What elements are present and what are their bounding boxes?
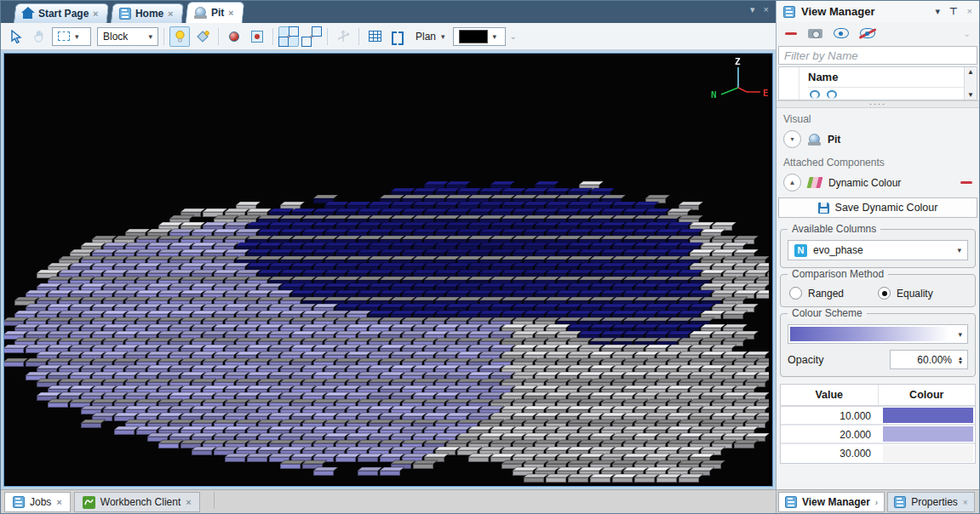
panel-header: View Manager ▾ ⊤ × bbox=[777, 1, 979, 22]
dropdown-caret-icon: ▾ bbox=[958, 330, 962, 339]
tab-label: Pit bbox=[211, 7, 224, 19]
close-icon[interactable]: × bbox=[186, 497, 191, 507]
panel-menu-icon[interactable]: ▾ bbox=[935, 6, 940, 17]
filter-input[interactable] bbox=[778, 46, 977, 65]
pan-tool-button[interactable] bbox=[29, 26, 49, 47]
spin-down-icon[interactable]: ▼ bbox=[958, 360, 963, 364]
pit-sphere-icon bbox=[194, 7, 207, 19]
view-list[interactable]: Name ▲ ▼ bbox=[778, 66, 977, 100]
view-list-partial-row bbox=[808, 88, 964, 99]
expand-icon[interactable]: ▲ bbox=[783, 174, 801, 191]
visual-section-label: Visual bbox=[777, 108, 979, 127]
collapse-icon[interactable]: ▾ bbox=[783, 130, 801, 148]
visual-pit-row[interactable]: ▾ Pit bbox=[777, 127, 979, 151]
document-area: Start Page × Home × Pit × ▾ × bbox=[1, 1, 776, 513]
chevron-right-icon[interactable]: › bbox=[875, 498, 878, 507]
column-dropdown[interactable]: N evo_phase ▾ bbox=[788, 240, 968, 260]
view-orientation-dropdown[interactable]: Plan ▾ bbox=[410, 27, 450, 46]
tab-properties[interactable]: Properties × bbox=[887, 492, 975, 512]
hand-icon bbox=[33, 30, 46, 43]
panel-tabbar: View Manager › Properties × bbox=[777, 489, 979, 513]
value-column-header[interactable]: Value bbox=[781, 385, 879, 405]
radio-ranged[interactable]: Ranged bbox=[789, 287, 878, 300]
point-display-button[interactable] bbox=[224, 26, 244, 47]
column-dropdown-value: evo_phase bbox=[813, 244, 863, 256]
block-wireframe-button[interactable] bbox=[278, 26, 299, 47]
value-cell[interactable]: 20.000 bbox=[781, 425, 881, 443]
tab-view-manager[interactable]: View Manager › bbox=[778, 492, 885, 512]
colour-scheme-dropdown[interactable]: ▾ bbox=[788, 324, 968, 344]
pit-sphere-icon bbox=[808, 134, 821, 146]
tab-pit[interactable]: Pit × bbox=[185, 2, 244, 23]
point-in-block-button[interactable] bbox=[247, 26, 267, 47]
tab-start-page[interactable]: Start Page × bbox=[14, 3, 109, 23]
colour-column-header[interactable]: Colour bbox=[879, 385, 976, 405]
colour-swatch[interactable] bbox=[883, 426, 973, 442]
grid-toggle-button[interactable] bbox=[364, 26, 385, 47]
value-cell[interactable]: 10.000 bbox=[781, 407, 881, 424]
dropdown-caret-icon: ▾ bbox=[148, 32, 152, 41]
transform-arrows-icon bbox=[336, 30, 350, 43]
colour-swatch[interactable] bbox=[883, 408, 973, 423]
value-cell[interactable]: 30.000 bbox=[781, 444, 881, 463]
tab-jobs[interactable]: Jobs × bbox=[4, 492, 71, 512]
available-columns-label: Available Columns bbox=[788, 223, 880, 235]
available-columns-group: Available Columns N evo_phase ▾ bbox=[780, 229, 976, 268]
scroll-up-icon[interactable]: ▲ bbox=[967, 68, 974, 76]
name-column-header[interactable]: Name bbox=[808, 71, 964, 88]
table-row[interactable]: 10.000 bbox=[781, 407, 975, 425]
opacity-label: Opacity bbox=[788, 354, 890, 366]
tab-workbench-client[interactable]: Workbench Client × bbox=[74, 492, 200, 512]
colour-scheme-group: Colour Scheme ▾ Opacity 60.00% ▲ ▼ bbox=[780, 313, 976, 377]
sphere-icon bbox=[229, 31, 239, 42]
selection-shape-dropdown[interactable]: ▾ bbox=[52, 27, 91, 46]
tab-list-dropdown-icon[interactable]: ▾ bbox=[750, 4, 755, 15]
table-row[interactable]: 30.000 bbox=[781, 444, 975, 463]
visual-item-label: Pit bbox=[828, 134, 840, 146]
panel-splitter[interactable]: ···· bbox=[777, 100, 979, 108]
close-icon[interactable]: × bbox=[93, 9, 98, 19]
move-tool-button[interactable] bbox=[333, 26, 353, 47]
panel-toolbar-overflow-icon[interactable]: ⌄ bbox=[964, 29, 971, 38]
close-icon[interactable]: × bbox=[963, 498, 968, 507]
selection-rectangle-icon bbox=[58, 31, 70, 41]
remove-component-icon[interactable] bbox=[960, 181, 972, 184]
lightbulb-icon bbox=[175, 30, 186, 43]
colour-objects-button[interactable] bbox=[192, 26, 213, 47]
tabbar-controls: ▾ × bbox=[750, 4, 769, 15]
grid-icon bbox=[369, 31, 381, 42]
viewport-canvas[interactable] bbox=[4, 54, 769, 483]
view-list-scrollbar[interactable]: ▲ ▼ bbox=[964, 67, 977, 100]
gradient-preview bbox=[790, 327, 958, 341]
dynamic-colour-row[interactable]: ▲ Dynamic Colour bbox=[777, 170, 979, 195]
background-colour-dropdown[interactable]: ▾ bbox=[453, 27, 506, 46]
colour-swatch[interactable] bbox=[883, 445, 973, 462]
view-manager-panel: View Manager ▾ ⊤ × ⌄ Name ▲ ▼ bbox=[776, 1, 979, 513]
radio-equality[interactable]: Equality bbox=[878, 287, 966, 300]
remove-view-icon[interactable] bbox=[785, 32, 797, 35]
pin-icon[interactable]: ⊤ bbox=[949, 6, 958, 17]
close-icon[interactable]: × bbox=[168, 9, 173, 19]
scroll-down-icon[interactable]: ▼ bbox=[967, 91, 974, 99]
camera-icon[interactable] bbox=[808, 29, 822, 38]
panel-close-icon[interactable]: × bbox=[967, 6, 972, 17]
hide-icon[interactable] bbox=[860, 28, 875, 38]
cursor-icon bbox=[10, 30, 23, 43]
save-dynamic-colour-button[interactable]: Save Dynamic Colour bbox=[778, 197, 977, 218]
table-row[interactable]: 20.000 bbox=[781, 425, 975, 444]
toolbar-overflow-icon[interactable]: ⌄ bbox=[510, 31, 517, 41]
dropdown-caret-icon: ▾ bbox=[957, 246, 961, 254]
close-icon[interactable]: × bbox=[228, 8, 233, 18]
fit-view-button[interactable] bbox=[387, 26, 408, 47]
close-icon[interactable]: × bbox=[56, 497, 61, 507]
save-icon bbox=[818, 203, 829, 214]
select-tool-button[interactable] bbox=[6, 26, 26, 47]
close-document-icon[interactable]: × bbox=[764, 4, 769, 15]
tab-home[interactable]: Home × bbox=[111, 3, 184, 23]
opacity-spinner[interactable]: 60.00% ▲ ▼ bbox=[890, 350, 968, 369]
block-slice-button[interactable] bbox=[301, 26, 322, 47]
show-icon[interactable] bbox=[834, 28, 849, 38]
lighting-toggle-button[interactable] bbox=[169, 26, 190, 47]
selection-mode-dropdown[interactable]: Block ▾ bbox=[97, 27, 158, 46]
dropdown-caret-icon: ▾ bbox=[75, 32, 79, 41]
